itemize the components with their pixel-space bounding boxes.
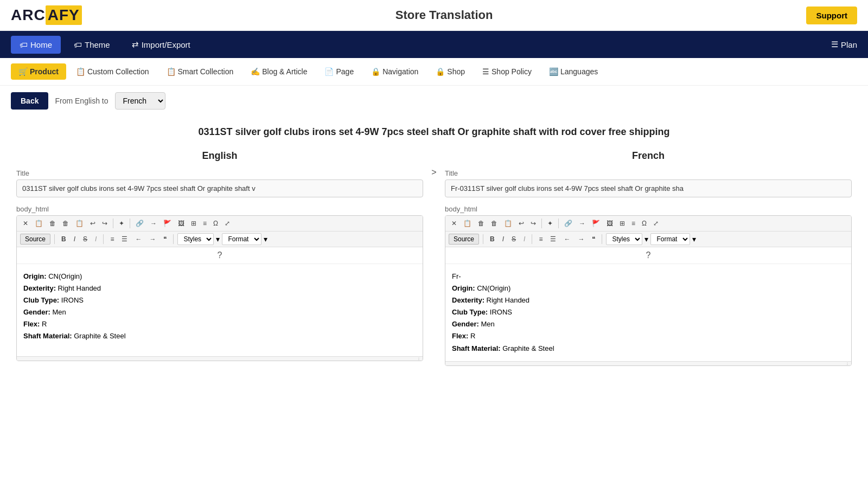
fr-row2-sep xyxy=(483,234,483,244)
fr-tb-strike-button[interactable]: S xyxy=(509,234,519,245)
tb-indent2-button[interactable]: → xyxy=(146,234,158,245)
fr-tb-list2-button[interactable]: ☰ xyxy=(547,234,559,245)
english-title-input[interactable] xyxy=(16,179,423,197)
tb-link[interactable]: 🔗 xyxy=(133,218,146,229)
tb-styles-select[interactable]: Styles xyxy=(177,233,214,245)
back-button[interactable]: Back xyxy=(11,92,48,110)
tb-paste[interactable]: 📋 xyxy=(73,218,86,229)
fr-tb-italic2-button[interactable]: I xyxy=(521,234,528,245)
tb-delete2[interactable]: 🗑 xyxy=(60,218,72,229)
tb-bold-button[interactable]: B xyxy=(59,234,69,245)
nav-theme-label: Theme xyxy=(85,40,110,49)
fr-tb-image[interactable]: 🖼 xyxy=(604,218,616,229)
tab-product-label: Product xyxy=(30,67,59,76)
tb-special[interactable]: ✦ xyxy=(116,218,127,229)
nav-theme[interactable]: 🏷 Theme xyxy=(65,36,119,54)
tab-page[interactable]: 📄 Page xyxy=(317,63,361,80)
support-button[interactable]: Support xyxy=(806,7,857,24)
fr-tb-styles-select[interactable]: Styles xyxy=(606,233,642,245)
fr-tb-special[interactable]: ✦ xyxy=(545,218,556,229)
tb-delete[interactable]: 🗑 xyxy=(47,218,59,229)
fr-toolbar-separator2 xyxy=(558,219,559,228)
title-arrow: > xyxy=(429,150,439,366)
tb-italic2-button[interactable]: I xyxy=(92,234,99,245)
row2-sep2 xyxy=(103,234,104,244)
theme-icon: 🏷 xyxy=(74,40,82,49)
tab-navigation[interactable]: 🔒 Navigation xyxy=(363,63,426,80)
tb-italic-button[interactable]: I xyxy=(71,234,78,245)
fr-tb-list1-button[interactable]: ≡ xyxy=(536,234,545,245)
french-editor-resize[interactable]: ⋮ xyxy=(445,361,851,365)
tb-indent1-button[interactable]: ← xyxy=(132,234,144,245)
header: ARCAFY Store Translation Support xyxy=(0,0,868,31)
tab-shop-label: Shop xyxy=(447,67,465,76)
tb-omega[interactable]: Ω xyxy=(210,218,221,229)
fr-tb-redo[interactable]: ↪ xyxy=(528,218,539,229)
french-editor-content[interactable]: Fr- Origin: CN(Origin) Dexterity: Right … xyxy=(445,264,851,361)
fr-tb-source-button[interactable]: Source xyxy=(449,234,479,245)
fr-tb-link[interactable]: 🔗 xyxy=(561,218,575,229)
tb-quote-button[interactable]: ❝ xyxy=(161,234,169,245)
tb-list2-button[interactable]: ☰ xyxy=(119,234,130,245)
fr-row2-sep3 xyxy=(602,234,602,244)
fr-tb-copy[interactable]: 📋 xyxy=(461,218,474,229)
tb-table[interactable]: ⊞ xyxy=(188,218,199,229)
tb-flag[interactable]: 🚩 xyxy=(161,218,174,229)
fr-tb-expand[interactable]: ⤢ xyxy=(650,218,661,229)
fr-tb-bold-button[interactable]: B xyxy=(487,234,497,245)
fr-tb-flag[interactable]: 🚩 xyxy=(589,218,603,229)
tab-smart-collection[interactable]: 📋 Smart Collection xyxy=(159,63,241,80)
product-tab-icon: 🛒 xyxy=(18,67,28,76)
tb-cut[interactable]: ✕ xyxy=(20,218,31,229)
row2-sep xyxy=(54,234,55,244)
tb-expand[interactable]: ⤢ xyxy=(222,218,233,229)
tb-redo[interactable]: ↪ xyxy=(99,218,110,229)
nav-import-export[interactable]: ⇄ Import/Export xyxy=(123,35,199,54)
tb-undo[interactable]: ↩ xyxy=(87,218,98,229)
fr-tb-quote-button[interactable]: ❝ xyxy=(589,234,598,245)
tb-copy[interactable]: 📋 xyxy=(32,218,46,229)
french-title-input[interactable] xyxy=(445,179,852,197)
tb-strike-button[interactable]: S xyxy=(80,234,90,245)
fr-tb-table[interactable]: ⊞ xyxy=(617,218,628,229)
tab-bar: 🛒 Product 📋 Custom Collection 📋 Smart Co… xyxy=(0,58,868,86)
tb-source-button[interactable]: Source xyxy=(20,234,50,245)
nav-home[interactable]: 🏷 Home xyxy=(11,36,61,54)
fr-tb-align[interactable]: ≡ xyxy=(629,218,638,229)
french-toolbar: ✕ 📋 🗑 🗑 📋 ↩ ↪ ✦ 🔗 → 🚩 🖼 ⊞ ≡ Ω ⤢ xyxy=(445,216,851,232)
toolbar-separator xyxy=(113,219,113,228)
fr-tb-undo[interactable]: ↩ xyxy=(516,218,527,229)
french-title-label: Title xyxy=(445,169,852,177)
tab-languages[interactable]: 🔤 Languages xyxy=(541,63,605,80)
product-title: 0311ST silver golf clubs irons set 4-9W … xyxy=(0,116,868,150)
fr-tb-paste[interactable]: 📋 xyxy=(501,218,515,229)
tb-arrow[interactable]: → xyxy=(148,218,159,229)
english-editor-resize[interactable]: ⋮ xyxy=(17,356,423,361)
fr-tb-delete2[interactable]: 🗑 xyxy=(488,218,500,229)
nav-plan[interactable]: ☰ Plan xyxy=(831,40,857,49)
fr-tb-delete[interactable]: 🗑 xyxy=(475,218,487,229)
english-editor: ✕ 📋 🗑 🗑 📋 ↩ ↪ ✦ 🔗 → 🚩 🖼 ⊞ ≡ Ω ⤢ S xyxy=(16,215,423,361)
home-icon: 🏷 xyxy=(20,40,28,49)
fr-tb-cut[interactable]: ✕ xyxy=(449,218,459,229)
fr-tb-indent1-button[interactable]: ← xyxy=(561,234,573,245)
page-title: Store Translation xyxy=(395,8,493,22)
tab-product[interactable]: 🛒 Product xyxy=(11,63,66,80)
fr-tb-arrow[interactable]: → xyxy=(576,218,588,229)
tb-align[interactable]: ≡ xyxy=(200,218,209,229)
language-select[interactable]: French Spanish German Italian xyxy=(115,92,165,110)
tab-page-label: Page xyxy=(336,67,354,76)
fr-tb-indent2-button[interactable]: → xyxy=(575,234,587,245)
tb-list1-button[interactable]: ≡ xyxy=(107,234,117,245)
tab-shop-policy[interactable]: ☰ Shop Policy xyxy=(475,63,539,80)
tb-format-select[interactable]: Format xyxy=(222,233,261,245)
tab-blog-article[interactable]: ✍️ Blog & Article xyxy=(243,63,315,80)
english-editor-qmark: ? xyxy=(17,247,423,264)
tab-shop[interactable]: 🔒 Shop xyxy=(428,63,473,80)
english-editor-content[interactable]: Origin: CN(Origin) Dexterity: Right Hand… xyxy=(17,264,423,356)
tab-custom-collection[interactable]: 📋 Custom Collection xyxy=(68,63,157,80)
fr-tb-format-select[interactable]: Format xyxy=(650,233,690,245)
fr-tb-omega[interactable]: Ω xyxy=(639,218,649,229)
fr-tb-italic-button[interactable]: I xyxy=(500,234,507,245)
tb-image[interactable]: 🖼 xyxy=(175,218,187,229)
